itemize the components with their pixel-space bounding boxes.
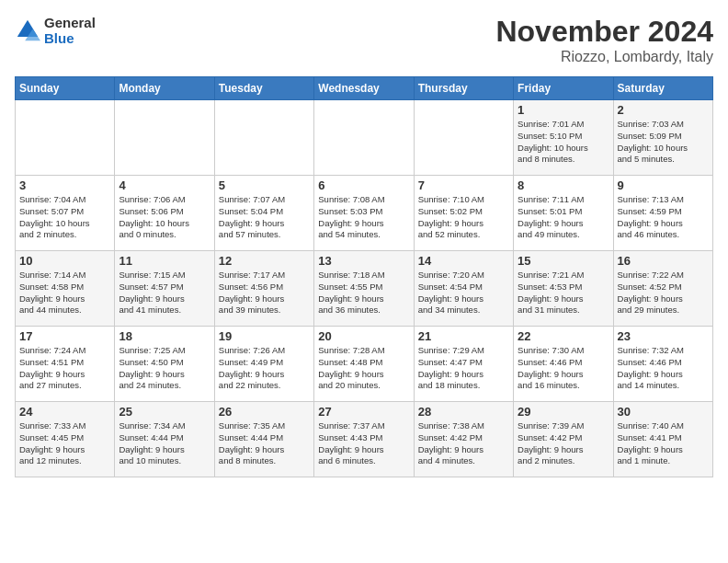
calendar-cell: 26Sunrise: 7:35 AM Sunset: 4:44 PM Dayli…: [214, 402, 313, 477]
weekday-header: Monday: [115, 77, 214, 100]
day-number: 3: [19, 178, 110, 192]
calendar-cell: 21Sunrise: 7:29 AM Sunset: 4:47 PM Dayli…: [414, 327, 513, 402]
day-info: Sunrise: 7:30 AM Sunset: 4:46 PM Dayligh…: [518, 345, 609, 392]
day-number: 12: [219, 254, 310, 268]
day-info: Sunrise: 7:03 AM Sunset: 5:09 PM Dayligh…: [618, 119, 709, 166]
day-number: 11: [119, 254, 210, 268]
weekday-header: Wednesday: [314, 77, 414, 100]
calendar-week-row: 3Sunrise: 7:04 AM Sunset: 5:07 PM Daylig…: [16, 176, 713, 251]
calendar-cell: 3Sunrise: 7:04 AM Sunset: 5:07 PM Daylig…: [16, 176, 115, 251]
day-info: Sunrise: 7:25 AM Sunset: 4:50 PM Dayligh…: [119, 345, 210, 392]
day-info: Sunrise: 7:01 AM Sunset: 5:10 PM Dayligh…: [518, 119, 609, 166]
day-number: 21: [418, 329, 509, 343]
day-number: 24: [19, 405, 110, 419]
day-info: Sunrise: 7:32 AM Sunset: 4:46 PM Dayligh…: [618, 345, 709, 392]
day-number: 1: [518, 103, 609, 117]
day-number: 27: [318, 405, 409, 419]
calendar-cell: 20Sunrise: 7:28 AM Sunset: 4:48 PM Dayli…: [314, 327, 414, 402]
calendar-cell: 30Sunrise: 7:40 AM Sunset: 4:41 PM Dayli…: [613, 402, 712, 477]
calendar-cell: 2Sunrise: 7:03 AM Sunset: 5:09 PM Daylig…: [613, 100, 712, 176]
day-info: Sunrise: 7:40 AM Sunset: 4:41 PM Dayligh…: [618, 420, 709, 467]
weekday-header: Saturday: [613, 77, 712, 100]
calendar-cell: 24Sunrise: 7:33 AM Sunset: 4:45 PM Dayli…: [16, 402, 115, 477]
calendar-cell: 27Sunrise: 7:37 AM Sunset: 4:43 PM Dayli…: [314, 402, 414, 477]
page-header: General Blue November 2024 Riozzo, Lomba…: [15, 15, 713, 65]
calendar-cell: 15Sunrise: 7:21 AM Sunset: 4:53 PM Dayli…: [514, 251, 613, 327]
day-number: 10: [19, 254, 110, 268]
day-number: 8: [518, 178, 609, 192]
calendar-cell: [115, 100, 214, 176]
calendar-cell: 6Sunrise: 7:08 AM Sunset: 5:03 PM Daylig…: [314, 176, 414, 251]
logo-icon: [15, 17, 40, 43]
day-info: Sunrise: 7:35 AM Sunset: 4:44 PM Dayligh…: [219, 420, 310, 467]
calendar-cell: 9Sunrise: 7:13 AM Sunset: 4:59 PM Daylig…: [613, 176, 712, 251]
day-info: Sunrise: 7:17 AM Sunset: 4:56 PM Dayligh…: [219, 270, 310, 316]
day-number: 2: [618, 103, 709, 117]
day-info: Sunrise: 7:24 AM Sunset: 4:51 PM Dayligh…: [19, 345, 110, 392]
day-number: 9: [618, 178, 709, 192]
day-info: Sunrise: 7:37 AM Sunset: 4:43 PM Dayligh…: [318, 420, 409, 467]
calendar-cell: [214, 100, 313, 176]
calendar-cell: 4Sunrise: 7:06 AM Sunset: 5:06 PM Daylig…: [115, 176, 214, 251]
calendar-week-row: 24Sunrise: 7:33 AM Sunset: 4:45 PM Dayli…: [16, 402, 713, 477]
day-info: Sunrise: 7:21 AM Sunset: 4:53 PM Dayligh…: [518, 270, 609, 316]
calendar-cell: [414, 100, 513, 176]
day-number: 19: [219, 329, 310, 343]
calendar-cell: 11Sunrise: 7:15 AM Sunset: 4:57 PM Dayli…: [115, 251, 214, 327]
day-info: Sunrise: 7:15 AM Sunset: 4:57 PM Dayligh…: [119, 270, 210, 316]
calendar-cell: 23Sunrise: 7:32 AM Sunset: 4:46 PM Dayli…: [613, 327, 712, 402]
day-number: 30: [618, 405, 709, 419]
day-number: 16: [618, 254, 709, 268]
day-number: 6: [318, 178, 409, 192]
day-info: Sunrise: 7:10 AM Sunset: 5:02 PM Dayligh…: [418, 194, 509, 241]
day-number: 14: [418, 254, 509, 268]
calendar-cell: 8Sunrise: 7:11 AM Sunset: 5:01 PM Daylig…: [514, 176, 613, 251]
day-number: 13: [318, 254, 409, 268]
calendar-week-row: 10Sunrise: 7:14 AM Sunset: 4:58 PM Dayli…: [16, 251, 713, 327]
calendar-header-row: SundayMondayTuesdayWednesdayThursdayFrid…: [16, 77, 713, 100]
day-number: 7: [418, 178, 509, 192]
calendar-table: SundayMondayTuesdayWednesdayThursdayFrid…: [15, 76, 713, 477]
day-number: 18: [119, 329, 210, 343]
calendar-cell: 17Sunrise: 7:24 AM Sunset: 4:51 PM Dayli…: [16, 327, 115, 402]
day-number: 22: [518, 329, 609, 343]
day-info: Sunrise: 7:18 AM Sunset: 4:55 PM Dayligh…: [318, 270, 409, 316]
day-info: Sunrise: 7:26 AM Sunset: 4:49 PM Dayligh…: [219, 345, 310, 392]
day-info: Sunrise: 7:07 AM Sunset: 5:04 PM Dayligh…: [219, 194, 310, 241]
page-title: November 2024: [495, 15, 713, 49]
calendar-cell: 5Sunrise: 7:07 AM Sunset: 5:04 PM Daylig…: [214, 176, 313, 251]
calendar-cell: 12Sunrise: 7:17 AM Sunset: 4:56 PM Dayli…: [214, 251, 313, 327]
calendar-cell: 29Sunrise: 7:39 AM Sunset: 4:42 PM Dayli…: [514, 402, 613, 477]
day-info: Sunrise: 7:06 AM Sunset: 5:06 PM Dayligh…: [119, 194, 210, 241]
day-number: 29: [518, 405, 609, 419]
day-number: 5: [219, 178, 310, 192]
day-info: Sunrise: 7:28 AM Sunset: 4:48 PM Dayligh…: [318, 345, 409, 392]
day-info: Sunrise: 7:29 AM Sunset: 4:47 PM Dayligh…: [418, 345, 509, 392]
title-block: November 2024 Riozzo, Lombardy, Italy: [495, 15, 713, 65]
weekday-header: Friday: [514, 77, 613, 100]
calendar-cell: 1Sunrise: 7:01 AM Sunset: 5:10 PM Daylig…: [514, 100, 613, 176]
calendar-cell: 10Sunrise: 7:14 AM Sunset: 4:58 PM Dayli…: [16, 251, 115, 327]
calendar-cell: 13Sunrise: 7:18 AM Sunset: 4:55 PM Dayli…: [314, 251, 414, 327]
day-info: Sunrise: 7:39 AM Sunset: 4:42 PM Dayligh…: [518, 420, 609, 467]
calendar-cell: 22Sunrise: 7:30 AM Sunset: 4:46 PM Dayli…: [514, 327, 613, 402]
page-subtitle: Riozzo, Lombardy, Italy: [495, 49, 713, 65]
day-info: Sunrise: 7:33 AM Sunset: 4:45 PM Dayligh…: [19, 420, 110, 467]
calendar-cell: 16Sunrise: 7:22 AM Sunset: 4:52 PM Dayli…: [613, 251, 712, 327]
calendar-cell: 14Sunrise: 7:20 AM Sunset: 4:54 PM Dayli…: [414, 251, 513, 327]
weekday-header: Sunday: [16, 77, 115, 100]
calendar-week-row: 17Sunrise: 7:24 AM Sunset: 4:51 PM Dayli…: [16, 327, 713, 402]
calendar-cell: 19Sunrise: 7:26 AM Sunset: 4:49 PM Dayli…: [214, 327, 313, 402]
day-number: 4: [119, 178, 210, 192]
day-info: Sunrise: 7:11 AM Sunset: 5:01 PM Dayligh…: [518, 194, 609, 241]
day-info: Sunrise: 7:14 AM Sunset: 4:58 PM Dayligh…: [19, 270, 110, 316]
calendar-cell: 25Sunrise: 7:34 AM Sunset: 4:44 PM Dayli…: [115, 402, 214, 477]
calendar-cell: 18Sunrise: 7:25 AM Sunset: 4:50 PM Dayli…: [115, 327, 214, 402]
day-info: Sunrise: 7:22 AM Sunset: 4:52 PM Dayligh…: [618, 270, 709, 316]
calendar-cell: 28Sunrise: 7:38 AM Sunset: 4:42 PM Dayli…: [414, 402, 513, 477]
day-info: Sunrise: 7:04 AM Sunset: 5:07 PM Dayligh…: [19, 194, 110, 241]
calendar-cell: 7Sunrise: 7:10 AM Sunset: 5:02 PM Daylig…: [414, 176, 513, 251]
day-number: 23: [618, 329, 709, 343]
day-number: 15: [518, 254, 609, 268]
day-number: 20: [318, 329, 409, 343]
